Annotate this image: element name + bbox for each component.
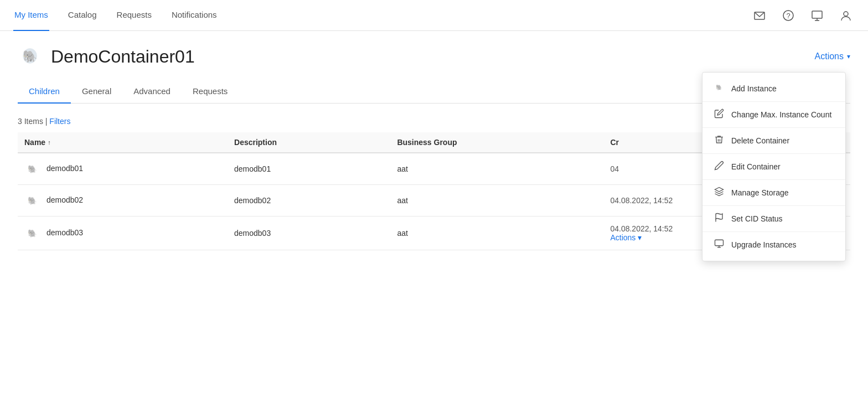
db-icon: 🐘 xyxy=(714,83,725,95)
svg-text:🐘: 🐘 xyxy=(23,49,38,64)
dropdown-item-set-cid-status[interactable]: Set CID Status xyxy=(702,206,845,232)
cell-name: 🐘 demodb03 xyxy=(18,216,228,250)
dropdown-item-manage-storage[interactable]: Manage Storage xyxy=(702,180,845,206)
dropdown-item-label: Upgrade Instances xyxy=(731,240,797,249)
actions-button[interactable]: Actions ▾ xyxy=(815,51,850,61)
svg-rect-15 xyxy=(715,240,724,246)
tab-advanced[interactable]: Advanced xyxy=(122,80,182,104)
row-chevron-icon: ▾ xyxy=(638,233,642,242)
row-db-icon: 🐘 xyxy=(24,161,40,177)
nav-requests[interactable]: Requests xyxy=(116,0,153,31)
items-count: 3 Items xyxy=(18,117,43,126)
svg-point-6 xyxy=(844,12,848,16)
layers-icon xyxy=(714,187,725,199)
cell-description: demodb01 xyxy=(228,153,390,185)
dropdown-item-label: Change Max. Instance Count xyxy=(731,110,831,119)
dropdown-item-edit-container[interactable]: Edit Container xyxy=(702,154,845,180)
svg-text:🐘: 🐘 xyxy=(716,84,722,91)
cell-name: 🐘 demodb01 xyxy=(18,153,228,185)
svg-marker-13 xyxy=(715,188,724,192)
actions-area: Actions ▾ xyxy=(815,51,850,61)
cell-name: 🐘 demodb02 xyxy=(18,185,228,216)
dropdown-item-label: Edit Container xyxy=(731,162,781,171)
tab-children[interactable]: Children xyxy=(18,80,71,104)
cell-business-group: aat xyxy=(390,216,603,250)
chevron-down-icon: ▾ xyxy=(847,53,850,60)
cell-description: demodb03 xyxy=(228,216,390,250)
dropdown-item-upgrade-instances[interactable]: Upgrade Instances xyxy=(702,232,845,257)
page-header: 🐘 DemoContainer01 Actions ▾ xyxy=(18,44,850,69)
row-name-text: demodb01 xyxy=(46,164,83,173)
trash-icon xyxy=(714,135,725,147)
tab-requests[interactable]: Requests xyxy=(182,80,239,104)
svg-text:🐘: 🐘 xyxy=(28,164,37,174)
svg-text:🐘: 🐘 xyxy=(28,196,37,205)
dropdown-item-label: Add Instance xyxy=(731,84,777,93)
dropdown-item-change-max-instance-count[interactable]: Change Max. Instance Count xyxy=(702,102,845,128)
nav-catalog[interactable]: Catalog xyxy=(67,0,98,31)
tab-general[interactable]: General xyxy=(71,80,122,104)
top-nav: My Items Catalog Requests Notifications … xyxy=(0,0,868,31)
screen-icon[interactable] xyxy=(808,7,826,24)
cell-business-group: aat xyxy=(390,185,603,216)
mail-icon[interactable] xyxy=(751,7,768,24)
nav-links: My Items Catalog Requests Notifications xyxy=(13,0,751,31)
help-icon[interactable]: ? xyxy=(779,7,797,24)
cell-description: demodb02 xyxy=(228,185,390,216)
cell-business-group: aat xyxy=(390,153,603,185)
row-db-icon: 🐘 xyxy=(24,225,40,241)
dropdown-item-add-instance[interactable]: 🐘 Add Instance xyxy=(702,76,845,102)
col-description: Description xyxy=(228,132,390,153)
pencil-icon xyxy=(714,161,725,173)
dropdown-item-delete-container[interactable]: Delete Container xyxy=(702,128,845,154)
svg-rect-3 xyxy=(812,11,822,18)
dropdown-item-label: Set CID Status xyxy=(731,214,783,223)
col-name: Name ↑ xyxy=(18,132,228,153)
monitor-icon xyxy=(714,239,725,251)
row-name-text: demodb02 xyxy=(46,195,83,204)
row-name-text: demodb03 xyxy=(46,228,83,237)
col-business-group: Business Group xyxy=(390,132,603,153)
title-area: 🐘 DemoContainer01 xyxy=(18,44,195,69)
nav-my-items[interactable]: My Items xyxy=(13,0,49,31)
nav-icon-area: ? xyxy=(751,7,855,24)
flag-icon xyxy=(714,213,725,225)
sort-icon: ↑ xyxy=(48,139,51,146)
svg-text:?: ? xyxy=(786,12,790,20)
filters-link[interactable]: Filters xyxy=(49,117,70,126)
row-actions-label: Actions xyxy=(610,233,636,242)
page-title: DemoContainer01 xyxy=(51,47,195,67)
user-icon[interactable] xyxy=(837,7,855,24)
edit-pencil-icon xyxy=(714,109,725,121)
container-icon: 🐘 xyxy=(18,44,42,69)
nav-notifications[interactable]: Notifications xyxy=(170,0,218,31)
actions-dropdown: 🐘 Add Instance Change Max. Instance Coun… xyxy=(702,72,846,261)
dropdown-item-label: Manage Storage xyxy=(731,188,789,197)
row-db-icon: 🐘 xyxy=(24,193,40,208)
svg-text:🐘: 🐘 xyxy=(28,229,37,238)
dropdown-item-label: Delete Container xyxy=(731,136,789,145)
